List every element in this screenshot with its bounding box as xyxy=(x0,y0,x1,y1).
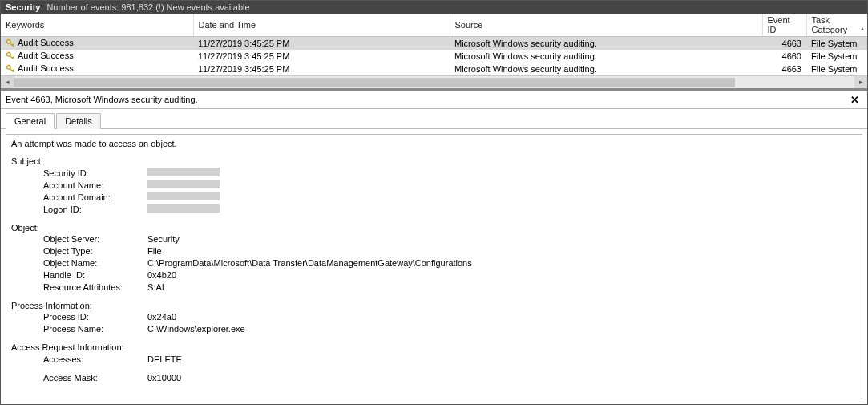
redacted-value xyxy=(147,204,220,213)
titlebar-count: Number of events: 981,832 (!) New events… xyxy=(46,2,249,12)
subject-account-name: Account Name: xyxy=(43,180,857,192)
col-keywords[interactable]: Keywords xyxy=(1,14,193,37)
detail-summary: An attempt was made to access an object. xyxy=(11,138,857,150)
subject-logon-id: Logon ID: xyxy=(43,204,857,216)
subject-account-domain: Account Domain: xyxy=(43,192,857,204)
redacted-value xyxy=(147,180,220,188)
tab-general[interactable]: General xyxy=(6,113,55,129)
titlebar: Security Number of events: 981,832 (!) N… xyxy=(1,1,867,14)
table-row[interactable]: Audit Success11/27/2019 3:45:25 PMMicros… xyxy=(1,37,867,50)
titlebar-section: Security xyxy=(6,2,40,12)
access-mask: Access Mask:0x10000 xyxy=(43,372,857,384)
table-row[interactable]: Audit Success11/27/2019 3:45:25 PMMicros… xyxy=(1,63,867,75)
detail-header: Event 4663, Microsoft Windows security a… xyxy=(1,90,867,109)
cell-eventid: 4663 xyxy=(762,63,806,75)
event-viewer-window: Security Number of events: 981,832 (!) N… xyxy=(0,0,868,405)
cell-taskcategory: File System xyxy=(806,37,867,50)
col-source[interactable]: Source xyxy=(450,14,762,37)
audit-success-key-icon xyxy=(6,38,15,48)
object-handle-id: Handle ID:0x4b20 xyxy=(43,269,857,281)
detail-tabs: General Details xyxy=(1,109,867,129)
subject-security-id: Security ID: xyxy=(43,168,857,180)
cell-eventid: 4663 xyxy=(762,37,806,50)
access-accesses: Accesses:DELETE xyxy=(43,354,857,366)
cell-source: Microsoft Windows security auditing. xyxy=(450,37,762,50)
cell-datetime: 11/27/2019 3:45:25 PM xyxy=(193,37,450,50)
tab-details[interactable]: Details xyxy=(56,113,101,129)
event-table[interactable]: Keywords Date and Time Source Event ID T… xyxy=(1,14,867,75)
access-section-title: Access Request Information: xyxy=(11,342,857,354)
cell-datetime: 11/27/2019 3:45:25 PM xyxy=(193,50,450,63)
object-resource-attributes: Resource Attributes:S:AI xyxy=(43,281,857,294)
object-section-title: Object: xyxy=(11,222,857,234)
col-eventid[interactable]: Event ID xyxy=(762,14,806,37)
table-row[interactable]: Audit Success11/27/2019 3:45:25 PMMicros… xyxy=(1,50,867,63)
object-server: Object Server:Security xyxy=(43,233,857,245)
cell-taskcategory: File System xyxy=(806,50,867,63)
object-name: Object Name:C:\ProgramData\Microsoft\Dat… xyxy=(43,257,857,269)
svg-line-2 xyxy=(12,44,14,46)
process-id: Process ID:0x24a0 xyxy=(43,311,857,323)
close-detail-button[interactable]: ✕ xyxy=(847,94,862,106)
object-type: Object Type:File xyxy=(43,245,857,257)
cell-keywords: Audit Success xyxy=(18,38,74,47)
cell-source: Microsoft Windows security auditing. xyxy=(450,63,762,75)
col-datetime[interactable]: Date and Time xyxy=(193,14,450,37)
cell-source: Microsoft Windows security auditing. xyxy=(450,50,762,63)
redacted-value xyxy=(147,168,220,176)
column-header-row[interactable]: Keywords Date and Time Source Event ID T… xyxy=(1,14,867,37)
col-taskcategory[interactable]: Task Category▴ xyxy=(806,14,867,37)
detail-body[interactable]: An attempt was made to access an object.… xyxy=(6,134,862,400)
process-name: Process Name:C:\Windows\explorer.exe xyxy=(43,323,857,335)
svg-line-5 xyxy=(12,57,14,59)
subject-section-title: Subject: xyxy=(11,156,857,168)
cell-taskcategory: File System xyxy=(806,63,867,75)
event-list-pane: Keywords Date and Time Source Event ID T… xyxy=(1,14,867,90)
audit-success-key-icon xyxy=(6,64,15,74)
cell-keywords: Audit Success xyxy=(18,51,74,60)
audit-success-key-icon xyxy=(6,51,15,61)
redacted-value xyxy=(147,192,220,200)
cell-datetime: 11/27/2019 3:45:25 PM xyxy=(193,63,450,75)
cell-keywords: Audit Success xyxy=(18,63,74,73)
process-section-title: Process Information: xyxy=(11,300,857,312)
scroll-left-arrow-icon[interactable]: ◂ xyxy=(1,76,14,89)
svg-line-8 xyxy=(12,70,14,71)
scroll-thumb[interactable] xyxy=(14,78,735,87)
horizontal-scrollbar[interactable]: ◂ ▸ xyxy=(1,75,867,88)
scroll-right-arrow-icon[interactable]: ▸ xyxy=(854,76,867,89)
sort-indicator-icon: ▴ xyxy=(861,25,864,32)
detail-title: Event 4663, Microsoft Windows security a… xyxy=(6,95,847,104)
cell-eventid: 4660 xyxy=(762,50,806,63)
